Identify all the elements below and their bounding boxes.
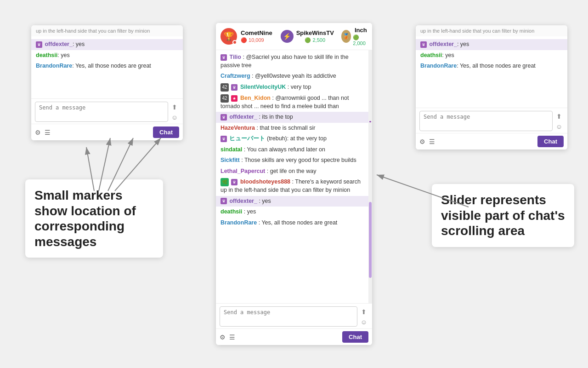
table-row: deathsii: yes (31, 50, 183, 61)
table-row: Craftzwerg : @yell0wsteve yeah its addic… (216, 71, 368, 82)
table-row: ♛ offdexter_ : yes (216, 196, 368, 207)
badge-sub-icon: ♛ (420, 41, 427, 48)
username[interactable]: Tilio (229, 54, 241, 60)
msg-text: : yes (73, 41, 85, 47)
username[interactable]: offdexter_ (429, 41, 457, 47)
msg-text: : yes (457, 41, 469, 47)
scroll-hint-left: up in the left-hand side that you can fi… (31, 25, 183, 36)
username[interactable]: deathsii (220, 208, 242, 215)
expand-icon[interactable]: ⬆ (170, 103, 179, 112)
right-chat-panel: up in the left-hand side that you can fi… (416, 25, 567, 150)
table-row: ♛ offdexter_: yes (31, 39, 183, 50)
username[interactable]: BrandonRare (220, 219, 257, 226)
msg-text: : yes (259, 198, 271, 204)
center-header: 🏆 CometNine 🔴 10,009 ⚡ SpikeWinsTV 🟢 2,5… (216, 23, 372, 50)
username[interactable]: deathsii (36, 52, 57, 58)
scrollbar-thumb[interactable] (369, 202, 372, 278)
username[interactable]: Craftzwerg (220, 73, 250, 79)
msg-text: : Those skills are very good for spectre… (241, 157, 356, 163)
username[interactable]: Sickfitt (220, 157, 240, 163)
streamer1-sub: 🔴 10,009 (241, 37, 272, 43)
username[interactable]: deathsii (420, 52, 442, 58)
input-icons-left: ⬆ ☺ (170, 102, 179, 122)
input-row-center: ⬆ ☺ (220, 306, 368, 327)
streamer1-avatar: 🏆 (220, 28, 237, 45)
msg-text: : Yes, all those nodes are great (259, 219, 338, 226)
input-row-right: ⬆ ☺ (419, 111, 564, 131)
badge-sub-icon: ♛ (220, 198, 227, 204)
streamer3-avatar: 🥉 (341, 30, 351, 43)
input-icons-center: ⬆ ☺ (359, 306, 368, 327)
toolbar-center: ⚙ ☰ Chat (216, 328, 372, 345)
username[interactable]: offdexter_ (229, 198, 257, 204)
settings-icon[interactable]: ⚙ (419, 138, 425, 145)
input-icons-right: ⬆ ☺ (554, 111, 564, 131)
input-row-left: ⬆ ☺ (35, 102, 179, 122)
scroll-marker (369, 121, 371, 122)
list-icon[interactable]: ☰ (429, 138, 435, 145)
emoji-icon[interactable]: ☺ (359, 317, 368, 327)
table-row: deathsii : yes (216, 207, 368, 218)
username[interactable]: offdexter_ (229, 114, 257, 120)
center-messages: ♛ Tilio : @Sacriel you also have to skil… (216, 50, 368, 303)
badge-sub-icon: ♛ (220, 136, 227, 142)
username[interactable]: BrandonRare (36, 63, 72, 69)
table-row: ♛ Tilio : @Sacriel you also have to skil… (216, 52, 368, 71)
expand-icon[interactable]: ⬆ (359, 307, 368, 316)
list-icon[interactable]: ☰ (45, 129, 51, 136)
table-row: Lethal_Papercut : get life on the way (216, 166, 368, 177)
username[interactable]: ヒューバート (229, 135, 265, 142)
center-scroll-container: ♛ Tilio : @Sacriel you also have to skil… (216, 50, 372, 303)
streamer3-name[interactable]: Inch (355, 27, 367, 34)
list-icon[interactable]: ☰ (229, 334, 235, 341)
badge-sub-icon: ♛ (231, 84, 237, 91)
emote-icon: 42 (220, 83, 229, 92)
table-row: 🌿 ♛ bloodshoteyes888 : There's a keyword… (216, 177, 368, 196)
username[interactable]: sindatal (220, 146, 242, 153)
badge-sub-icon: ♛ (231, 179, 237, 185)
table-row: ♛ ヒューバート (trebuh): at the very top (216, 133, 368, 144)
username[interactable]: offdexter_ (45, 41, 72, 47)
scrollbar-track[interactable] (368, 50, 372, 303)
username[interactable]: HazeVentura (220, 125, 255, 131)
username[interactable]: Lethal_Papercut (220, 168, 265, 174)
badge-sub-icon: ♛ (220, 54, 227, 61)
input-area-right: ⬆ ☺ (416, 108, 567, 133)
msg-text: : yes (442, 52, 454, 58)
msg-text: : Yes, all those nodes are great (72, 63, 151, 69)
messages-area-right: ♛ offdexter_: yes deathsii: yes BrandonR… (416, 36, 567, 108)
message-input-center[interactable] (220, 306, 357, 327)
chat-button-right[interactable]: Chat (537, 136, 564, 147)
table-row: 42 ★ Ben_Kidon : @arrowmkii good ... tha… (216, 93, 368, 112)
username[interactable]: SilentVelocityUK (240, 84, 286, 90)
streamer2-name[interactable]: SpikeWinsTV (296, 29, 334, 36)
streamer1-name[interactable]: CometNine (241, 29, 272, 36)
table-row: Sickfitt : Those skills are very good fo… (216, 155, 368, 166)
expand-icon[interactable]: ⬆ (554, 112, 564, 121)
msg-text: : yes (244, 208, 256, 215)
toolbar-left: ⚙ ☰ Chat (31, 124, 183, 140)
settings-icon[interactable]: ⚙ (220, 334, 226, 341)
chat-button-left[interactable]: Chat (153, 126, 179, 138)
emoji-icon[interactable]: ☺ (170, 113, 179, 122)
settings-icon[interactable]: ⚙ (35, 129, 41, 136)
msg-text: : very top (288, 84, 311, 90)
scroll-hint-right: up in the left-hand side that you can fi… (416, 25, 567, 36)
chat-button-center[interactable]: Chat (342, 331, 368, 343)
badge-bits-icon: ★ (231, 95, 237, 102)
emoji-icon[interactable]: ☺ (554, 122, 564, 131)
table-row: ♛ offdexter_: yes (416, 39, 567, 50)
table-row: BrandonRare : Yes, all those nodes are g… (216, 218, 368, 229)
username[interactable]: bloodshoteyes888 (240, 178, 290, 185)
username[interactable]: BrandonRare (420, 63, 457, 69)
streamer3-points: 🟢 2,000 (353, 34, 368, 46)
annotation-right: Slider represents visible part of chat's… (432, 184, 574, 247)
table-row: BrandonRare: Yes, all those nodes are gr… (416, 61, 567, 72)
table-row: HazeVentura : that tree is schmall sir (216, 123, 368, 134)
username[interactable]: Ben_Kidon (240, 95, 271, 101)
message-input-right[interactable] (419, 111, 553, 131)
msg-text: : yes (57, 52, 69, 58)
message-input-left[interactable] (35, 102, 168, 122)
table-row: ♛ offdexter_ : its in the top (216, 112, 368, 123)
live-indicator (232, 40, 237, 45)
